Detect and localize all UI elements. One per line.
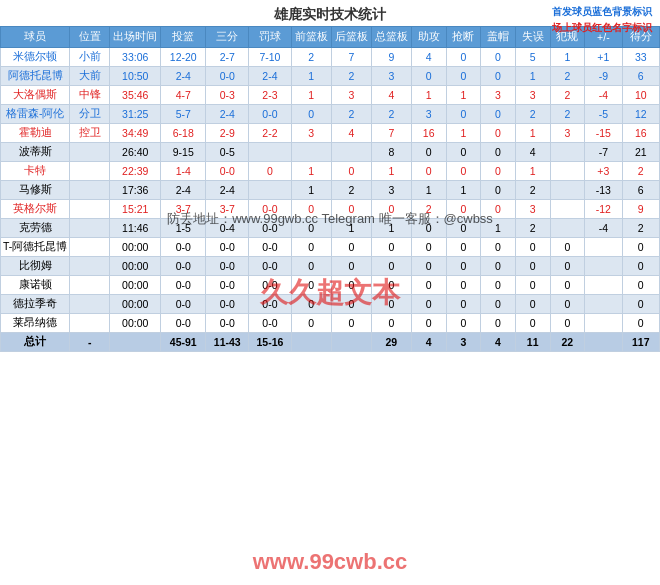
cell-time: 00:00	[110, 295, 161, 314]
cell-pm: -4	[585, 86, 622, 105]
cell-to: 0	[515, 257, 550, 276]
cell-oreb: 0	[291, 257, 331, 276]
cell-pts: 21	[622, 143, 659, 162]
cell-dreb: 2	[331, 181, 371, 200]
total-cell-oreb	[291, 333, 331, 352]
cell-pos: 分卫	[70, 105, 110, 124]
cell-stl: 1	[446, 86, 481, 105]
col-dreb: 后篮板	[331, 27, 371, 48]
cell-reb: 9	[371, 48, 411, 67]
cell-dreb: 1	[331, 219, 371, 238]
total-cell-name: 总计	[1, 333, 70, 352]
cell-reb: 1	[371, 219, 411, 238]
cell-pts: 0	[622, 257, 659, 276]
cell-pf: 0	[550, 257, 585, 276]
cell-ft: 0	[249, 162, 292, 181]
cell-name: 康诺顿	[1, 276, 70, 295]
table-row: 克劳德11:461-50-40-00110012-42	[1, 219, 660, 238]
cell-pm: -13	[585, 181, 622, 200]
stats-table: 球员 位置 出场时间 投篮 三分 罚球 前篮板 后篮板 总篮板 助攻 抢断 盖帽…	[0, 26, 660, 352]
total-cell-to: 11	[515, 333, 550, 352]
cell-blk: 0	[481, 295, 516, 314]
cell-stl: 1	[446, 124, 481, 143]
cell-dreb: 0	[331, 162, 371, 181]
cell-three: 2-7	[206, 48, 249, 67]
cell-oreb: 1	[291, 181, 331, 200]
cell-pos: 小前	[70, 48, 110, 67]
table-row: 英格尔斯15:213-73-70-00002003-129	[1, 200, 660, 219]
col-time: 出场时间	[110, 27, 161, 48]
cell-ast: 0	[411, 257, 446, 276]
col-oreb: 前篮板	[291, 27, 331, 48]
cell-pm: -7	[585, 143, 622, 162]
cell-reb: 0	[371, 314, 411, 333]
table-row: 霍勒迪控卫34:496-182-92-2347161013-1516	[1, 124, 660, 143]
cell-oreb: 1	[291, 162, 331, 181]
total-cell-pm	[585, 333, 622, 352]
cell-stl: 0	[446, 295, 481, 314]
cell-time: 31:25	[110, 105, 161, 124]
cell-oreb: 1	[291, 86, 331, 105]
cell-ft	[249, 143, 292, 162]
cell-oreb: 0	[291, 105, 331, 124]
cell-name: 波蒂斯	[1, 143, 70, 162]
col-player: 球员	[1, 27, 70, 48]
table-row: 比彻姆00:000-00-00-0000000000	[1, 257, 660, 276]
cell-stl: 0	[446, 314, 481, 333]
cell-fg: 0-0	[161, 314, 206, 333]
cell-three: 2-4	[206, 105, 249, 124]
cell-pts: 2	[622, 219, 659, 238]
cell-fg: 6-18	[161, 124, 206, 143]
cell-oreb: 0	[291, 200, 331, 219]
table-row: 格雷森-阿伦分卫31:255-72-40-002230022-512	[1, 105, 660, 124]
cell-reb: 0	[371, 276, 411, 295]
cell-time: 00:00	[110, 314, 161, 333]
cell-ft: 2-4	[249, 67, 292, 86]
total-cell-ft: 15-16	[249, 333, 292, 352]
cell-blk: 0	[481, 124, 516, 143]
cell-pos	[70, 181, 110, 200]
table-row: 米德尔顿小前33:0612-202-77-1027940051+133	[1, 48, 660, 67]
total-row: 总计-45-9111-4315-16294341122117	[1, 333, 660, 352]
col-pos: 位置	[70, 27, 110, 48]
cell-stl: 0	[446, 200, 481, 219]
cell-dreb: 0	[331, 200, 371, 219]
total-cell-pos: -	[70, 333, 110, 352]
cell-to: 2	[515, 181, 550, 200]
cell-three: 0-0	[206, 238, 249, 257]
table-row: 卡特22:391-40-001010001+32	[1, 162, 660, 181]
cell-pts: 33	[622, 48, 659, 67]
cell-name: 德拉季奇	[1, 295, 70, 314]
cell-time: 11:46	[110, 219, 161, 238]
cell-blk: 0	[481, 276, 516, 295]
cell-name: 马修斯	[1, 181, 70, 200]
cell-pos	[70, 143, 110, 162]
cell-ft: 2-2	[249, 124, 292, 143]
cell-pm	[585, 238, 622, 257]
total-cell-ast: 4	[411, 333, 446, 352]
cell-pts: 9	[622, 200, 659, 219]
cell-to: 3	[515, 200, 550, 219]
cell-blk: 0	[481, 162, 516, 181]
cell-ast: 0	[411, 238, 446, 257]
cell-stl: 0	[446, 143, 481, 162]
cell-stl: 0	[446, 219, 481, 238]
table-row: 波蒂斯26:409-150-580004-721	[1, 143, 660, 162]
cell-pf: 1	[550, 48, 585, 67]
cell-oreb: 0	[291, 238, 331, 257]
cell-dreb: 0	[331, 295, 371, 314]
cell-fg: 3-7	[161, 200, 206, 219]
cell-pf	[550, 162, 585, 181]
cell-time: 33:06	[110, 48, 161, 67]
cell-reb: 8	[371, 143, 411, 162]
cell-ast: 0	[411, 314, 446, 333]
cell-pm: -9	[585, 67, 622, 86]
cell-reb: 1	[371, 162, 411, 181]
cell-name: 霍勒迪	[1, 124, 70, 143]
cell-time: 22:39	[110, 162, 161, 181]
cell-ft	[249, 181, 292, 200]
cell-pm: -4	[585, 219, 622, 238]
table-row: 莱昂纳德00:000-00-00-0000000000	[1, 314, 660, 333]
cell-dreb: 2	[331, 105, 371, 124]
col-to: 失误	[515, 27, 550, 48]
